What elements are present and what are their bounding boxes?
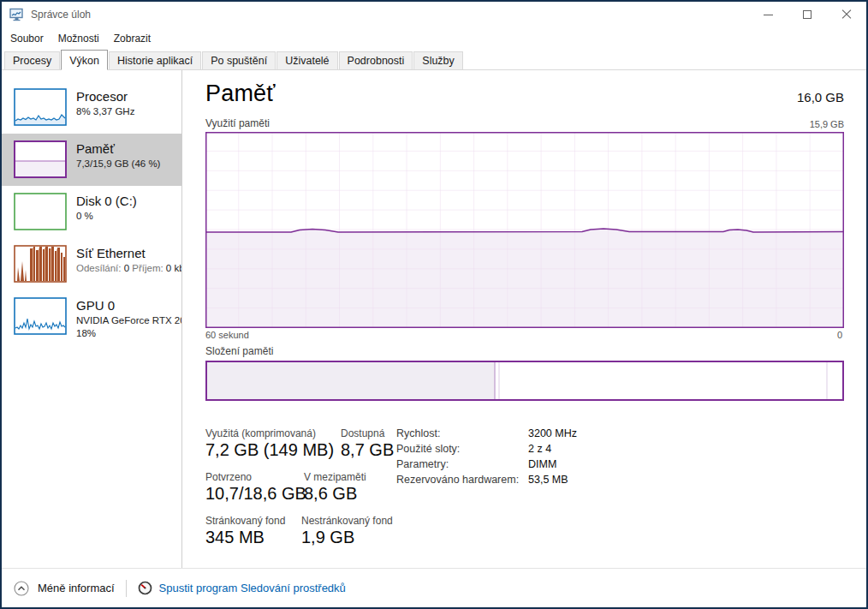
maximize-icon: [803, 10, 812, 19]
sidebar-memory-subtitle: 7,3/15,9 GB (46 %): [76, 158, 181, 170]
sidebar-cpu-subtitle: 8% 3,37 GHz: [76, 105, 181, 118]
paged-pool-label: Stránkovaný fond: [205, 515, 285, 527]
resource-monitor-link-label: Spustit program Sledování prostředků: [159, 582, 346, 594]
sidebar-item-disk[interactable]: Disk 0 (C:) 0 %: [2, 186, 181, 238]
speed-label: Rychlost:: [396, 427, 440, 439]
network-receive-label: Příjem:: [132, 263, 163, 273]
network-send-label: Odesílání:: [76, 263, 121, 273]
tab-historie-aplikaci[interactable]: Historie aplikací: [109, 51, 201, 69]
speed-value: 3200 MHz: [528, 427, 577, 439]
close-icon: [841, 9, 852, 20]
less-info-label: Méně informací: [38, 582, 115, 594]
network-receive-value: 0 kb: [166, 263, 181, 273]
maximize-button[interactable]: [788, 2, 827, 27]
performance-content: Procesor 8% 3,37 GHz Paměť 7,3/15,9 GB (…: [2, 70, 866, 568]
task-manager-app-icon: [9, 8, 24, 21]
sidebar-network-subtitle: Odesílání: 0 Příjem: 0 kb: [76, 262, 181, 275]
tab-podrobnosti[interactable]: Podrobnosti: [339, 51, 413, 69]
slots-used-label: Použité sloty:: [396, 443, 460, 455]
memory-graph-thumbnail: [14, 140, 67, 178]
memory-composition-bar: [205, 361, 844, 401]
network-graph-thumbnail: [14, 245, 67, 283]
nonpaged-pool-value: 1,9 GB: [301, 528, 354, 547]
sidebar-gpu-usage: 18%: [76, 327, 181, 340]
menu-soubor[interactable]: Soubor: [10, 33, 44, 45]
used-memory-value: 7,2 GB (149 MB): [205, 440, 334, 460]
committed-label: Potvrzeno: [205, 471, 252, 483]
sidebar-item-network[interactable]: Síť Ethernet Odesílání: 0 Příjem: 0 kb: [2, 238, 181, 290]
close-button[interactable]: [827, 2, 866, 27]
usage-graph-label: Využití paměti: [205, 117, 270, 129]
menu-moznosti[interactable]: Možnosti: [58, 33, 99, 45]
hardware-reserved-label: Rezervováno hardwarem:: [396, 474, 519, 486]
available-memory-label: Dostupná: [341, 427, 384, 439]
tab-uzivatele[interactable]: Uživatelé: [276, 51, 337, 69]
sidebar-gpu-name: NVIDIA GeForce RTX 207: [76, 314, 181, 327]
paged-pool-value: 345 MB: [205, 528, 265, 547]
sidebar-cpu-title: Procesor: [76, 89, 181, 104]
available-memory-value: 8,7 GB: [341, 440, 394, 460]
sidebar-memory-title: Paměť: [76, 141, 181, 156]
slots-used-value: 2 z 4: [528, 443, 551, 455]
sidebar-disk-subtitle: 0 %: [76, 210, 181, 223]
sidebar-disk-title: Disk 0 (C:): [76, 194, 181, 208]
committed-value: 10,7/18,6 GB: [205, 484, 306, 504]
open-resource-monitor-link[interactable]: Spustit program Sledování prostředků: [138, 581, 346, 595]
gpu-graph-thumbnail: [14, 297, 67, 335]
tab-vykon[interactable]: Výkon: [61, 50, 108, 70]
sidebar-item-memory[interactable]: Paměť 7,3/15,9 GB (46 %): [2, 134, 181, 186]
menu-bar: Soubor Možnosti Zobrazit: [2, 27, 866, 49]
memory-usage-graph: [205, 132, 844, 328]
sidebar-network-title: Síť Ethernet: [76, 246, 181, 260]
tab-procesy[interactable]: Procesy: [4, 51, 60, 69]
sidebar-item-gpu[interactable]: GPU 0 NVIDIA GeForce RTX 207 18%: [2, 290, 181, 343]
tab-bar: Procesy Výkon Historie aplikací Po spušt…: [2, 49, 866, 70]
footer-bar: Méně informací Spustit program Sledování…: [2, 568, 866, 607]
composition-label: Složení paměti: [205, 345, 273, 357]
window-title: Správce úloh: [31, 9, 91, 21]
network-send-value: 0: [124, 263, 129, 273]
minimize-icon: [764, 15, 773, 15]
disk-graph-thumbnail: [14, 193, 67, 230]
less-info-button[interactable]: Méně informací: [14, 581, 115, 596]
usage-graph-max: 15,9 GB: [810, 119, 844, 129]
sidebar-item-cpu[interactable]: Procesor 8% 3,37 GHz: [2, 81, 181, 134]
nonpaged-pool-label: Nestránkovaný fond: [301, 515, 393, 527]
used-memory-label: Využitá (komprimovaná): [205, 427, 316, 439]
performance-sidebar: Procesor 8% 3,37 GHz Paměť 7,3/15,9 GB (…: [2, 70, 182, 568]
page-title: Paměť: [205, 81, 276, 107]
cached-value: 8,6 GB: [304, 484, 357, 504]
graph-time-span-label: 60 sekund: [205, 330, 249, 340]
memory-detail-panel: Paměť 16,0 GB Využití paměti 15,9 GB 60 …: [183, 70, 866, 568]
title-bar: Správce úloh: [2, 2, 866, 27]
form-factor-label: Parametry:: [396, 458, 449, 470]
chevron-up-circle-icon: [14, 581, 29, 596]
cpu-graph-thumbnail: [14, 88, 67, 126]
footer-divider: [126, 580, 127, 597]
form-factor-value: DIMM: [528, 458, 556, 470]
menu-zobrazit[interactable]: Zobrazit: [114, 33, 151, 45]
resource-monitor-gauge-icon: [138, 581, 152, 595]
memory-total: 16,0 GB: [797, 90, 844, 104]
cached-label: V mezipaměti: [304, 471, 366, 483]
hardware-reserved-value: 53,5 MB: [528, 474, 568, 486]
tab-sluzby[interactable]: Služby: [413, 51, 463, 69]
minimize-button[interactable]: [748, 2, 788, 27]
sidebar-gpu-title: GPU 0: [76, 298, 181, 313]
tab-po-spusteni[interactable]: Po spuštění: [202, 51, 276, 69]
task-manager-window: Správce úloh Soubor Možnosti Zobrazit Pr…: [0, 0, 868, 609]
graph-time-zero-label: 0: [837, 330, 842, 340]
